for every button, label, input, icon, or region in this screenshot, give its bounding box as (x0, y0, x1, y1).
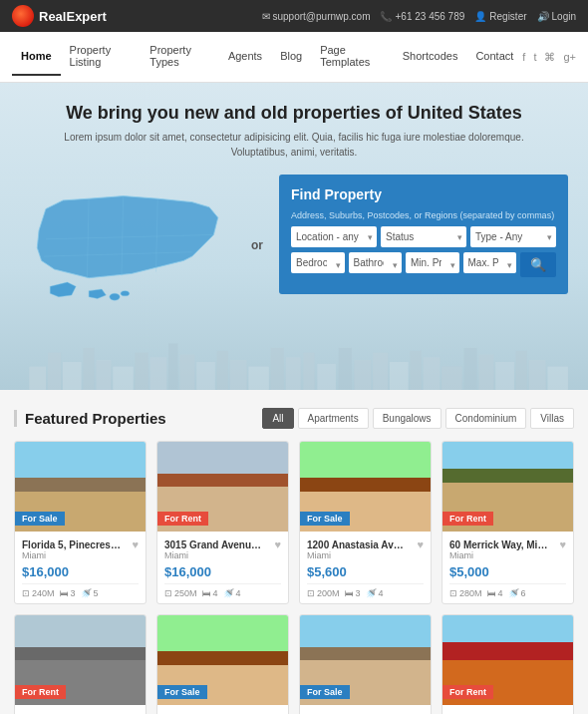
bed-icon: 🛏 (345, 588, 354, 598)
property-price: $5,000 (449, 564, 566, 579)
featured-section: Featured Properties All Apartments Bunga… (0, 390, 588, 714)
property-name-text: 1200 Anastasia Avenue, Cora... (307, 539, 406, 550)
property-info: 3015 Grand Avenue, CocoWalk ♥ Miami $16,… (157, 532, 288, 603)
min-price-select[interactable]: Min. Price (406, 252, 459, 273)
property-beds: 🛏3 (345, 588, 361, 598)
nav-social: f t ⌘ g+ (522, 51, 576, 64)
property-name-text: 3015 Grand Avenue, CocoWalk (164, 539, 263, 550)
svg-rect-10 (63, 362, 82, 390)
favorite-icon[interactable]: ♥ (132, 538, 139, 550)
bath-icon: 🚿 (81, 588, 92, 598)
nav-property-types[interactable]: Property Types (141, 32, 219, 82)
bathroom-select[interactable]: Bathroom (349, 252, 403, 273)
property-badge: For Sale (300, 685, 350, 699)
property-beds: 🛏4 (487, 588, 503, 598)
property-beds: 🛏4 (202, 588, 218, 598)
favorite-icon[interactable]: ♥ (417, 538, 424, 550)
property-baths: 🚿4 (366, 588, 384, 598)
svg-rect-22 (271, 348, 284, 390)
nav-agents[interactable]: Agents (219, 38, 271, 76)
type-select[interactable]: Type - Any (470, 226, 556, 247)
property-card[interactable]: For Rent 60 Merrick Way, Miami ♥ Miami $… (441, 441, 574, 604)
property-city: Miami (449, 550, 566, 560)
nav-links: Home Property Listing Property Types Age… (12, 32, 522, 82)
hero-title: We bring you new and old properties of U… (20, 103, 568, 124)
nav-home[interactable]: Home (12, 38, 61, 76)
facebook-icon[interactable]: f (522, 51, 525, 63)
filter-apartments[interactable]: Apartments (298, 408, 369, 429)
logo-text: RealExpert (39, 9, 107, 24)
search-row-1: Location - any Status Type - Any (291, 226, 556, 247)
nav-shortcodes[interactable]: Shortcodes (394, 38, 467, 76)
property-info: 1200 Anastasia Avenue, Cora... ♥ Miami $… (300, 532, 431, 603)
favorite-icon[interactable]: ♥ (559, 538, 566, 550)
property-card[interactable]: For Rent 3015 Grand Avenue, CocoWalk ♥ M… (156, 441, 289, 604)
max-price-select[interactable]: Max. Price (463, 252, 517, 273)
filter-all[interactable]: All (262, 408, 293, 429)
gplus-icon[interactable]: g+ (563, 51, 576, 63)
location-select[interactable]: Location - any (291, 226, 377, 247)
property-card[interactable]: For Rent 401 Biscayne Boulevard, Mia... … (441, 614, 574, 714)
property-badge: For Sale (157, 685, 207, 699)
property-price: $16,000 (22, 564, 139, 579)
email-link[interactable]: ✉ support@purnwp.com (262, 11, 371, 22)
hero-or-text: or (245, 238, 269, 252)
phone-link[interactable]: 📞 +61 23 456 789 (380, 11, 464, 22)
property-badge: For Rent (442, 685, 493, 699)
search-panel-title: Find Property (291, 186, 556, 202)
property-image: For Sale (300, 615, 431, 705)
bedroom-select[interactable]: Bedroom (291, 252, 345, 273)
bath-icon: 🚿 (366, 588, 377, 598)
property-card[interactable]: For Sale Florida 5, Pinecrest, FL ♥ Miam… (14, 441, 147, 604)
svg-rect-26 (339, 348, 352, 390)
nav-contact[interactable]: Contact (466, 38, 522, 76)
location-select-wrap: Location - any (291, 226, 377, 247)
property-beds: 🛏3 (60, 588, 76, 598)
filter-villas[interactable]: Villas (530, 408, 574, 429)
size-icon: ⊡ (449, 588, 457, 598)
login-link[interactable]: 🔊 Login (537, 11, 576, 22)
svg-rect-38 (547, 367, 568, 390)
svg-rect-24 (303, 353, 314, 390)
property-info: 1903 Hollywood Boulevard ♥ Miami $9,000 … (300, 705, 431, 714)
svg-rect-17 (179, 355, 194, 390)
size-icon: ⊡ (22, 588, 30, 598)
property-card[interactable]: For Sale 1903 Hollywood Boulevard ♥ Miam… (299, 614, 432, 714)
favorite-icon[interactable]: ♥ (274, 538, 281, 550)
twitter-icon[interactable]: t (533, 51, 536, 63)
svg-rect-18 (196, 362, 215, 390)
bed-icon: 🛏 (202, 588, 211, 598)
svg-rect-12 (96, 360, 111, 390)
filter-condominium[interactable]: Condominium (445, 408, 527, 429)
property-image: For Sale (157, 615, 288, 705)
property-size: ⊡280M (449, 588, 482, 598)
property-grid: For Sale Florida 5, Pinecrest, FL ♥ Miam… (14, 441, 574, 714)
property-city: Miami (307, 550, 424, 560)
status-select[interactable]: Status (381, 226, 466, 247)
nav-property-listing[interactable]: Property Listing (61, 32, 142, 82)
topbar-right: ✉ support@purnwp.com 📞 +61 23 456 789 👤 … (262, 11, 577, 22)
search-button[interactable]: 🔍 (520, 252, 556, 277)
bath-icon: 🚿 (508, 588, 519, 598)
svg-rect-21 (248, 367, 269, 390)
property-price: $16,000 (164, 564, 281, 579)
svg-rect-30 (411, 351, 422, 390)
filter-tabs: All Apartments Bungalows Condominium Vil… (262, 408, 574, 429)
nav-blog[interactable]: Blog (271, 38, 311, 76)
register-link[interactable]: 👤 Register (474, 11, 526, 22)
property-card[interactable]: For Sale 700 Front Street, Key West,... … (156, 614, 289, 714)
filter-bungalows[interactable]: Bungalows (373, 408, 441, 429)
property-card[interactable]: For Sale 1200 Anastasia Avenue, Cora... … (299, 441, 432, 604)
property-image: For Rent (442, 615, 573, 705)
property-image: For Rent (157, 442, 288, 532)
svg-rect-35 (495, 362, 514, 390)
rss-icon[interactable]: ⌘ (544, 51, 555, 64)
svg-rect-13 (113, 367, 134, 390)
property-baths: 🚿6 (508, 588, 526, 598)
property-card[interactable]: For Rent 15421 Southwest 39th Terrac... … (14, 614, 147, 714)
section-title: Featured Properties (14, 410, 166, 427)
bathroom-select-wrap: Bathroom (349, 252, 403, 277)
bed-icon: 🛏 (487, 588, 496, 598)
min-price-select-wrap: Min. Price (406, 252, 459, 277)
nav-page-templates[interactable]: Page Templates (311, 32, 394, 82)
